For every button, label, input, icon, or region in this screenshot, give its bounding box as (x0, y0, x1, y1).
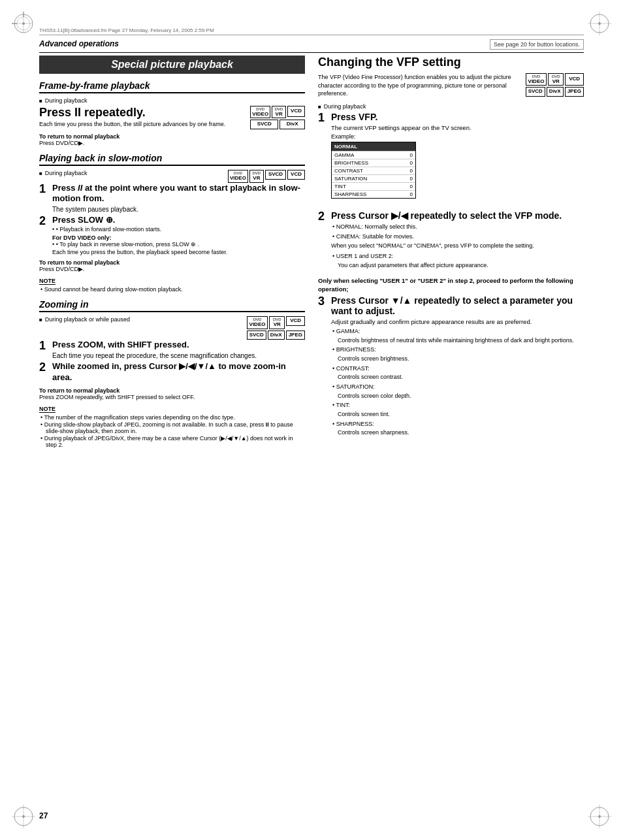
vfp-step3-note: Only when selecting "USER 1" or "USER 2"… (318, 276, 584, 294)
zoom-step2-title: While zoomed in, press Cursor ▶/◀/▼/▲ to… (52, 361, 305, 383)
zooming-header: Zooming in (39, 299, 305, 312)
vfp-user-sub: You can adjust parameters that affect pi… (331, 262, 584, 268)
page-header: Advanced operations See page 20 for butt… (39, 39, 584, 53)
vfp-step3: 3 Press Cursor ▼/▲ repeatedly to select … (318, 295, 584, 438)
zoom-step1-sub: Each time you repeat the procedure, the … (52, 352, 305, 359)
slow-note-item-1: • Sound cannot be heard during slow-moti… (39, 286, 305, 293)
badge-dvd-video: DVD VIDEO (250, 106, 270, 118)
slow-badges: DVD VIDEO DVD VR SVCD VCD (228, 170, 305, 182)
zoom-badge-svcd: SVCD (247, 331, 266, 340)
vfp-step1-sub: The current VFP settings appear on the T… (331, 124, 584, 131)
vfp-row-tint: TINT0 (332, 182, 415, 190)
frame-by-frame-block: During playback Press II repeatedly. Eac… (39, 97, 305, 146)
vfp-badge-vcd: VCD (565, 73, 584, 86)
dvd-video-label: For DVD VIDEO only: (52, 234, 305, 241)
badge-dvd-vr: DVD VR (272, 106, 286, 118)
see-page-note: See page 20 for button locations. (490, 39, 584, 50)
slow-during-label: During playback (39, 170, 87, 176)
corner-decoration-tl (12, 12, 35, 35)
slow-badge-svcd: SVCD (265, 170, 286, 180)
vfp-badge-dvd-vr: DVD VR (548, 73, 564, 86)
vfp-settings-table: NORMAL GAMMA0 BRIGHTNESS0 CONTRAST0 SATU… (331, 142, 416, 199)
zoom-note-2: • During slide-show playback of JPEG, zo… (39, 421, 305, 434)
slow-note-title: NOTE (39, 278, 56, 285)
zoom-return-text: Press ZOOM repeatedly, with SHIFT presse… (39, 394, 305, 400)
zoom-badges: DVD VIDEO DVD VR VCD SVCD DivX (247, 316, 305, 340)
slow-return-text: Press DVD/CD▶. (39, 266, 305, 272)
badge-svcd: SVCD (250, 120, 278, 129)
vfp-step3-sub: Adjust gradually and confirm picture app… (331, 318, 584, 325)
zoom-step1: 1 Press ZOOM, with SHIFT pressed. Each t… (39, 340, 305, 359)
zoom-note: NOTE • The number of the magnification s… (39, 404, 305, 448)
zoom-step1-title: Press ZOOM, with SHIFT pressed. (52, 340, 305, 351)
zoom-return: To return to normal playback Press ZOOM … (39, 387, 305, 400)
vfp-section-header: Changing the VFP setting (318, 56, 584, 69)
section-title: Advanced operations (39, 39, 119, 48)
slow-badge-vcd: VCD (287, 170, 305, 180)
vfp-badge-jpeg: JPEG (565, 87, 584, 97)
vfp-during-label: During playback (318, 103, 584, 110)
slow-badge-dvd-video: DVD VIDEO (228, 170, 248, 182)
zoom-badge-vcd: VCD (286, 316, 305, 326)
vfp-cinema-bullet: • CINEMA: Suitable for movies. (331, 233, 584, 241)
file-info: THS53-11[B]-06advanced.fm Page 27 Monday… (39, 27, 214, 33)
slow-step1-sub: The system pauses playback. (52, 206, 305, 213)
dvd-video-sub: Each time you press the button, the play… (52, 249, 305, 255)
frame-return: To return to normal playback Press DVD/C… (39, 133, 305, 146)
main-content: Special picture playback Frame-by-frame … (39, 56, 584, 801)
zoom-during-label: During playback or while paused (39, 316, 130, 323)
frame-return-text: Press DVD/CD▶. (39, 140, 305, 146)
corner-decoration-tr (588, 12, 611, 35)
slow-step1-title: Press II at the point where you want to … (52, 183, 305, 205)
slow-step2-title: Press SLOW ⊕. (52, 215, 305, 226)
vfp-row-brightness: BRIGHTNESS0 (332, 159, 415, 167)
zoom-during-row: During playback or while paused DVD VIDE… (39, 316, 305, 340)
frame-press-row: Press II repeatedly. Each time you press… (39, 106, 305, 129)
zooming-block: During playback or while paused DVD VIDE… (39, 316, 305, 448)
vfp-saturation-label: • SATURATION: (331, 383, 584, 391)
vfp-contrast-label: • CONTRAST: (331, 364, 584, 373)
slow-step2-bullet: • Playback in forward slow-motion starts… (52, 226, 305, 233)
vfp-tint-desc: Controls screen tint. (331, 411, 584, 419)
zoom-badge-jpeg: JPEG (286, 331, 305, 340)
zoom-badge-divx: DivX (268, 331, 285, 340)
vfp-step1-example: Example: (331, 133, 584, 140)
vfp-gamma-label: • GAMMA: (331, 327, 584, 336)
frame-badges: DVD VIDEO DVD VR VCD SVCD DivX (250, 106, 305, 129)
zoom-note-1: • The number of the magnification steps … (39, 414, 305, 421)
vfp-row-sharpness: SHARPNESS0 (332, 190, 415, 198)
zoom-note-title: NOTE (39, 406, 56, 413)
svg-point-4 (22, 22, 25, 25)
badge-divx: DivX (280, 120, 305, 129)
slow-return: To return to normal playback Press DVD/C… (39, 259, 305, 272)
vfp-sharpness-label: • SHARPNESS: (331, 420, 584, 428)
corner-decoration-bl (12, 805, 35, 828)
slow-step1: 1 Press II at the point where you want t… (39, 183, 305, 214)
frame-return-title: To return to normal playback (39, 133, 305, 140)
zoom-badge-dvd-video: DVD VIDEO (247, 316, 268, 329)
vfp-step2-note1: When you select "NORMAL" or "CINEMA", pr… (331, 242, 584, 250)
press-ii-heading: Press II repeatedly. (39, 106, 225, 120)
main-title: Special picture playback (39, 56, 305, 74)
vfp-row-gamma: GAMMA0 (332, 151, 415, 159)
vfp-row-contrast: CONTRAST0 (332, 167, 415, 174)
vfp-tint-label: • TINT: (331, 401, 584, 410)
right-column: Changing the VFP setting DVD VIDEO DVD V… (318, 56, 584, 801)
left-column: Special picture playback Frame-by-frame … (39, 56, 305, 801)
vfp-badges: DVD VIDEO DVD VR VCD SVCD DivX JPEG (526, 73, 584, 97)
frame-by-frame-header: Frame-by-frame playback (39, 80, 305, 93)
vfp-row-saturation: SATURATION0 (332, 174, 415, 182)
dvd-video-bullet: • To play back in reverse slow-motion, p… (52, 241, 305, 248)
slow-step2: 2 Press SLOW ⊕. • Playback in forward sl… (39, 215, 305, 255)
vfp-sharpness-desc: Controls screen sharpness. (331, 429, 584, 437)
vfp-step2-title: Press Cursor ▶/◀ repeatedly to select th… (331, 210, 584, 221)
vfp-badge-dvd-video: DVD VIDEO (526, 73, 547, 86)
vfp-brightness-desc: Controls screen brightness. (331, 355, 584, 363)
press-ii-sub: Each time you press the button, the stil… (39, 121, 225, 127)
vfp-contrast-desc: Controls screen contrast. (331, 374, 584, 381)
vfp-step3-title: Press Cursor ▼/▲ repeatedly to select a … (331, 295, 584, 316)
vfp-step1-title: Press VFP. (331, 112, 584, 122)
vfp-badge-divx: DivX (547, 87, 564, 97)
frame-during-label: During playback (39, 97, 305, 104)
zoom-return-title: To return to normal playback (39, 387, 305, 394)
